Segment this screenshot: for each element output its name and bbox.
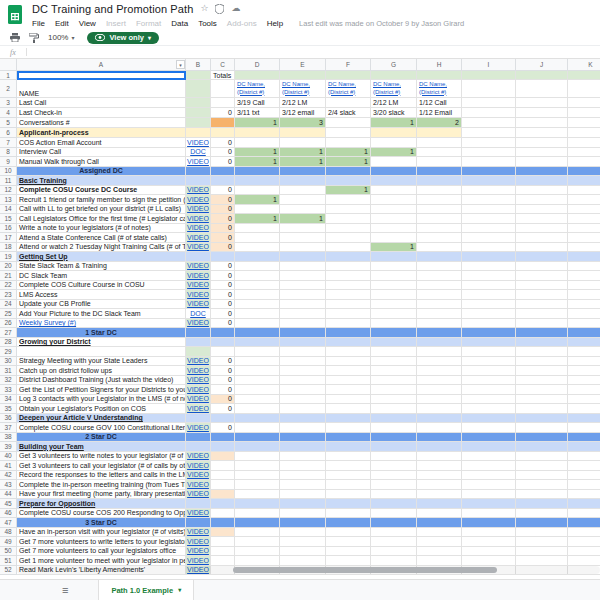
cell-C36[interactable] [211, 414, 235, 424]
cell-B1[interactable] [186, 71, 211, 80]
cell-D37[interactable] [235, 423, 280, 433]
cell-B2[interactable] [186, 80, 211, 98]
cell-G46[interactable] [371, 509, 417, 519]
cell-A9[interactable]: Manual Walk through Call [17, 157, 186, 167]
cell-E31[interactable] [280, 366, 326, 376]
menu-item-view[interactable]: View [79, 19, 96, 28]
cell-H19[interactable] [417, 252, 462, 262]
row-header-52[interactable]: 52 [0, 566, 17, 576]
cell-E12[interactable] [280, 186, 326, 196]
cell-H31[interactable] [417, 366, 462, 376]
cell-J38[interactable] [516, 433, 568, 443]
cell-J30[interactable] [516, 357, 568, 367]
row-header-32[interactable]: 32 [0, 376, 17, 386]
cell-K36[interactable] [568, 414, 600, 424]
cell-J17[interactable] [516, 233, 568, 243]
cell-E2[interactable]: DC Name, (District #) [280, 80, 326, 98]
cell-H23[interactable] [417, 290, 462, 300]
cell-E42[interactable] [280, 471, 326, 481]
cell-C24[interactable]: 0 [211, 300, 235, 310]
cell-J32[interactable] [516, 376, 568, 386]
cell-F20[interactable] [326, 262, 371, 272]
cell-F30[interactable] [326, 357, 371, 367]
column-header-C[interactable]: C [211, 59, 235, 71]
row-header-2[interactable]: 2 [0, 80, 17, 98]
row-header-19[interactable]: 19 [0, 252, 17, 262]
cell-A27[interactable]: 1 Star DC [17, 328, 186, 338]
cell-D42[interactable] [235, 471, 280, 481]
row-header-36[interactable]: 36 [0, 414, 17, 424]
cell-F14[interactable] [326, 205, 371, 215]
formula-input[interactable] [27, 46, 600, 58]
cell-G11[interactable] [371, 176, 417, 186]
row-header-28[interactable]: 28 [0, 338, 17, 348]
cell-B8[interactable]: DOC [186, 148, 211, 158]
cell-A24[interactable]: Update your CB Profile [17, 300, 186, 310]
cell-G39[interactable] [371, 442, 417, 452]
cell-K33[interactable] [568, 385, 600, 395]
cell-I15[interactable] [462, 214, 516, 224]
cell-G36[interactable] [371, 414, 417, 424]
cell-J25[interactable] [516, 309, 568, 319]
cell-E25[interactable] [280, 309, 326, 319]
cell-D32[interactable] [235, 376, 280, 386]
cell-B41[interactable]: VIDEO [186, 461, 211, 471]
cell-I32[interactable] [462, 376, 516, 386]
cell-H28[interactable] [417, 338, 462, 348]
cell-G29[interactable] [371, 347, 417, 357]
cell-J22[interactable] [516, 281, 568, 291]
cell-B23[interactable]: VIDEO [186, 290, 211, 300]
cell-J3[interactable] [516, 98, 568, 108]
cell-H13[interactable] [417, 195, 462, 205]
row-header-6[interactable]: 6 [0, 128, 17, 138]
cell-F50[interactable] [326, 547, 371, 557]
cell-K48[interactable] [568, 528, 600, 538]
cell-F42[interactable] [326, 471, 371, 481]
cell-K3[interactable] [568, 98, 600, 108]
cell-A7[interactable]: COS Action Email Account [17, 138, 186, 148]
cell-H33[interactable] [417, 385, 462, 395]
cell-G10[interactable] [371, 167, 417, 177]
cell-F5[interactable] [326, 118, 371, 128]
row-header-37[interactable]: 37 [0, 423, 17, 433]
cell-F24[interactable] [326, 300, 371, 310]
cell-G27[interactable] [371, 328, 417, 338]
cell-J45[interactable] [516, 499, 568, 509]
cell-E13[interactable] [280, 195, 326, 205]
cell-B44[interactable]: VIDEO [186, 490, 211, 500]
cell-G28[interactable] [371, 338, 417, 348]
cell-D8[interactable]: 1 [235, 148, 280, 158]
cell-E8[interactable]: 1 [280, 148, 326, 158]
cell-K30[interactable] [568, 357, 600, 367]
cell-J15[interactable] [516, 214, 568, 224]
cell-K10[interactable] [568, 167, 600, 177]
cell-K46[interactable] [568, 509, 600, 519]
cell-B15[interactable]: VIDEO [186, 214, 211, 224]
cell-H1[interactable] [417, 71, 462, 80]
cell-H3[interactable]: 1/12 Call [417, 98, 462, 108]
cell-I25[interactable] [462, 309, 516, 319]
cell-F40[interactable] [326, 452, 371, 462]
cell-E30[interactable] [280, 357, 326, 367]
cell-J20[interactable] [516, 262, 568, 272]
cell-I2[interactable] [462, 80, 516, 98]
cell-B27[interactable] [186, 328, 211, 338]
cell-F13[interactable] [326, 195, 371, 205]
cell-J46[interactable] [516, 509, 568, 519]
cell-D9[interactable]: 1 [235, 157, 280, 167]
cell-G2[interactable]: DC Name, (District #) [371, 80, 417, 98]
cell-I34[interactable] [462, 395, 516, 405]
cell-D20[interactable] [235, 262, 280, 272]
cell-G9[interactable] [371, 157, 417, 167]
cell-F23[interactable] [326, 290, 371, 300]
cell-A3[interactable]: Last Call [17, 98, 186, 108]
cell-C39[interactable] [211, 442, 235, 452]
cell-A34[interactable]: Log 3 contacts with your Legislator in t… [17, 395, 186, 405]
row-header-46[interactable]: 46 [0, 509, 17, 519]
cell-C37[interactable]: 0 [211, 423, 235, 433]
cell-F18[interactable] [326, 243, 371, 253]
paint-format-button[interactable] [29, 33, 39, 43]
cell-J51[interactable] [516, 556, 568, 566]
cell-H18[interactable] [417, 243, 462, 253]
cell-D38[interactable] [235, 433, 280, 443]
